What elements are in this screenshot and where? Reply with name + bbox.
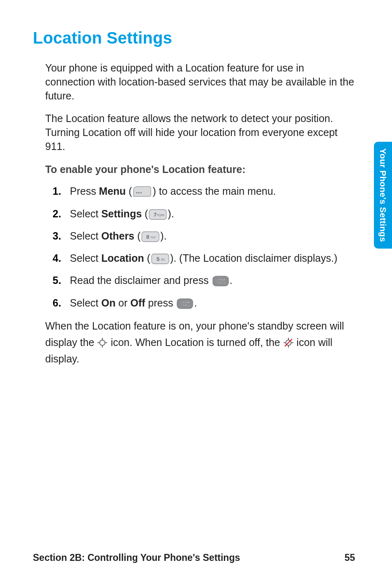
step-bold: Location [101, 252, 144, 264]
svg-text:7: 7 [154, 212, 157, 218]
svg-rect-9 [152, 254, 169, 264]
svg-point-0 [136, 192, 138, 194]
footer-section-label: Section 2B: Controlling Your Phone's Set… [33, 552, 240, 563]
page-title: Location Settings [33, 29, 355, 47]
step-text: Select [70, 230, 101, 242]
step-text: ( [126, 185, 132, 197]
closing-text: icon. When Location is turned off, the [108, 337, 283, 348]
page-footer: Section 2B: Controlling Your Phone's Set… [33, 552, 355, 563]
location-on-icon [97, 336, 108, 347]
svg-text:TUV: TUV [150, 236, 156, 239]
step-text: press [145, 297, 176, 309]
procedure-steps: Press Menu ( ) to access the main menu. … [53, 184, 355, 310]
step-text: ( [144, 252, 150, 264]
step-bold: Menu [99, 185, 126, 197]
location-off-icon [283, 336, 294, 347]
svg-point-2 [141, 192, 142, 194]
step-text: Read the disclaimer and press [70, 274, 212, 286]
svg-point-16 [100, 340, 105, 345]
step-bold: Off [130, 297, 145, 309]
step-text: ( [142, 208, 148, 219]
step-bold: Settings [101, 208, 142, 219]
ok-key-icon: OK [212, 276, 229, 286]
svg-text:OK: OK [217, 278, 225, 284]
section-tab: Your Phone's Settings [374, 142, 392, 249]
step-text: . [194, 297, 197, 309]
step-text: Select [70, 252, 101, 264]
step-text: . [230, 274, 233, 286]
page-number: 55 [344, 552, 355, 563]
step-text: ). (The Location disclaimer displays.) [170, 252, 337, 264]
step-text: ). [168, 208, 174, 219]
key-8-icon: 8 TUV [141, 231, 159, 242]
step-5: Read the disclaimer and press OK . [53, 273, 355, 288]
ok-key-icon: OK [177, 298, 193, 309]
intro-para-2: The Location feature allows the network … [45, 112, 355, 153]
step-text: ( [134, 230, 141, 242]
intro-para-1: Your phone is equipped with a Location f… [45, 61, 355, 103]
step-text: Select [70, 208, 101, 219]
svg-text:8: 8 [146, 234, 149, 240]
step-text: ) to access the main menu. [152, 185, 276, 197]
step-text: or [115, 297, 130, 309]
svg-point-1 [138, 192, 140, 194]
svg-text:5: 5 [157, 256, 159, 262]
menu-softkey-icon [133, 186, 152, 197]
page: Location Settings Your phone is equipped… [0, 0, 392, 588]
step-2: Select Settings ( 7 PQRS ). [53, 206, 355, 221]
svg-text:JKL: JKL [161, 258, 166, 261]
step-1: Press Menu ( ) to access the main menu. [53, 184, 355, 198]
step-text: Press [70, 185, 99, 197]
key-7-icon: 7 PQRS [149, 209, 167, 220]
step-3: Select Others ( 8 TUV ). [53, 228, 355, 243]
step-bold: Others [101, 230, 134, 242]
step-text: ). [160, 230, 166, 242]
step-text: Select [70, 297, 101, 309]
svg-text:PQRS: PQRS [157, 214, 165, 217]
closing-paragraph: When the Location feature is on, your ph… [45, 318, 355, 367]
step-bold: On [101, 297, 115, 309]
body-content: Your phone is equipped with a Location f… [45, 61, 355, 367]
key-5-icon: 5 JKL [151, 254, 169, 264]
svg-text:OK: OK [181, 301, 189, 307]
step-4: Select Location ( 5 JKL ). (The Location… [53, 251, 355, 265]
step-6: Select On or Off press OK . [53, 295, 355, 310]
procedure-heading: To enable your phone's Location feature: [45, 163, 355, 177]
section-tab-label: Your Phone's Settings [378, 148, 388, 242]
